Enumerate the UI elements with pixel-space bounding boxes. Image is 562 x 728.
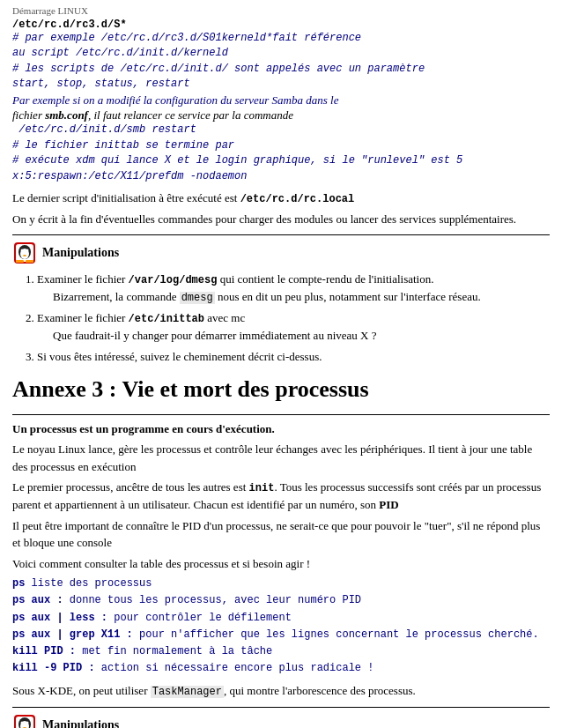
last-script-para: Le dernier script d'initialisation à êtr… (12, 189, 550, 207)
divider-1 (12, 234, 550, 235)
cmd-ps-aux-grep: ps aux | grep X11 : pour n'afficher que … (12, 627, 550, 643)
manip1-item2-sub: Que faudrait-il y changer pour démarrer … (53, 327, 550, 345)
manip1-item2-text-after: avec mc (204, 311, 245, 324)
cmd-ps-aux: ps aux : donne tous les processus, avec … (12, 592, 550, 609)
annexe-intro-bold: Un processus est un programme en cours d… (12, 420, 550, 438)
manip1-item1-sub: Bizarrement, la commande dmesg nous en d… (53, 288, 550, 306)
svg-point-4 (21, 249, 24, 252)
manipulations-2-title: Manipulations (42, 718, 119, 728)
svg-point-13 (21, 722, 24, 724)
code-line-5: start, stop, status, restart (12, 77, 550, 92)
code-line-2: # par exemple /etc/rc.d/rc3.d/S01kerneld… (12, 31, 550, 46)
svg-rect-8 (26, 260, 33, 263)
annexe-para3: Il peut être important de connaître le P… (12, 517, 550, 552)
code-line-1: /etc/rc.d/rc3.d/S* (12, 19, 550, 31)
manipulations-icon-2 (12, 713, 37, 728)
annexe-title: Annexe 3 : Vie et mort des processus (12, 375, 550, 403)
annexe-title-section: Annexe 3 : Vie et mort des processus (12, 375, 550, 414)
manip1-item1-text-after: qui contient le compte-rendu de l'initia… (217, 272, 433, 286)
svg-point-5 (26, 249, 29, 252)
task-manager-code: TaskManager (151, 686, 224, 698)
manip1-item-3: Si vous êtes intéressé, suivez le chemin… (37, 348, 550, 366)
manipulations-1-list: Examiner le fichier /var/log/dmesg qui c… (37, 271, 550, 365)
code-line-8: /etc/rc.d/init.d/smb restart (12, 123, 550, 137)
manip1-item1-text-before: Examiner le fichier (37, 272, 129, 286)
divider-2 (12, 707, 550, 708)
svg-point-6 (23, 255, 26, 256)
last-script-text2: On y écrit à la fin d'éventuelles comman… (12, 211, 550, 228)
manip1-item2-text-before: Examiner le fichier (37, 311, 129, 324)
last-script-text1: Le dernier script d'initialisation à êtr… (12, 191, 240, 204)
pid-bold: PID (379, 498, 398, 511)
code-line-9: # le fichier inittab se termine par (12, 138, 550, 153)
manip1-item1-bold-code: /var/log/dmesg (129, 274, 218, 286)
code-line-6: Par exemple si on a modifié la configura… (12, 93, 550, 109)
annexe-para2: Le premier processus, ancêtre de tous le… (12, 479, 550, 514)
header-label: Démarrage LINUX (12, 5, 550, 16)
manipulations-1-title: Manipulations (42, 246, 119, 260)
top-code-block: /etc/rc.d/rc3.d/S* # par exemple /etc/rc… (12, 19, 550, 184)
annexe-para2-before: Le premier processus, ancêtre de tous le… (12, 480, 249, 494)
annexe-body: Un processus est un programme en cours d… (12, 420, 550, 701)
smb-conf-bold: smb.conf (45, 108, 88, 122)
code-line-3: au script /etc/rc.d/init.d/kerneld (12, 46, 550, 61)
dmesg-code: dmesg (180, 292, 215, 304)
svg-rect-7 (16, 260, 24, 263)
annexe-para4: Voici comment consulter la table des pro… (12, 555, 550, 573)
cmd-ps-aux-less: ps aux | less : pour contrôler le défile… (12, 610, 550, 627)
code-line-11: x:5:respawn:/etc/X11/prefdm -nodaemon (12, 169, 550, 184)
init-code: init (249, 482, 275, 494)
manipulations-icon-1 (12, 241, 37, 265)
manip1-item-1: Examiner le fichier /var/log/dmesg qui c… (37, 271, 550, 306)
cmd-kill-pid: kill PID : met fin normalement à la tâch… (12, 643, 550, 660)
annexe-para1: Le noyau Linux lance, gère les processus… (12, 441, 550, 475)
manipulations-1-header: Manipulations (12, 241, 550, 265)
task-manager-before: Sous X-KDE, on peut utiliser (12, 684, 151, 697)
last-script-bold: /etc/rc.d/rc.local (240, 193, 355, 205)
code-line-10: # exécute xdm qui lance X et le login gr… (12, 153, 550, 168)
task-manager-para: Sous X-KDE, on peut utiliser TaskManager… (12, 682, 550, 700)
manip1-item-2: Examiner le fichier /etc/inittab avec mc… (37, 309, 550, 345)
cmd-kill-9: kill -9 PID : action si nécessaire encor… (12, 660, 550, 677)
code-line-4: # les scripts de /etc/rc.d/init.d/ sont … (12, 62, 550, 77)
manip1-item3-text: Si vous êtes intéressé, suivez le chemin… (37, 350, 322, 363)
annexe-commands: ps liste des processus ps aux : donne to… (12, 576, 550, 677)
task-manager-after: , qui montre l'arborescence des processu… (224, 684, 416, 697)
cmd-ps: ps liste des processus (12, 576, 550, 592)
code-line-7: fichier smb.conf, il faut relancer ce se… (12, 108, 550, 123)
svg-point-14 (26, 722, 29, 724)
manip1-item2-bold-code: /etc/inittab (129, 313, 204, 325)
manipulations-2-header: Manipulations (12, 713, 550, 728)
